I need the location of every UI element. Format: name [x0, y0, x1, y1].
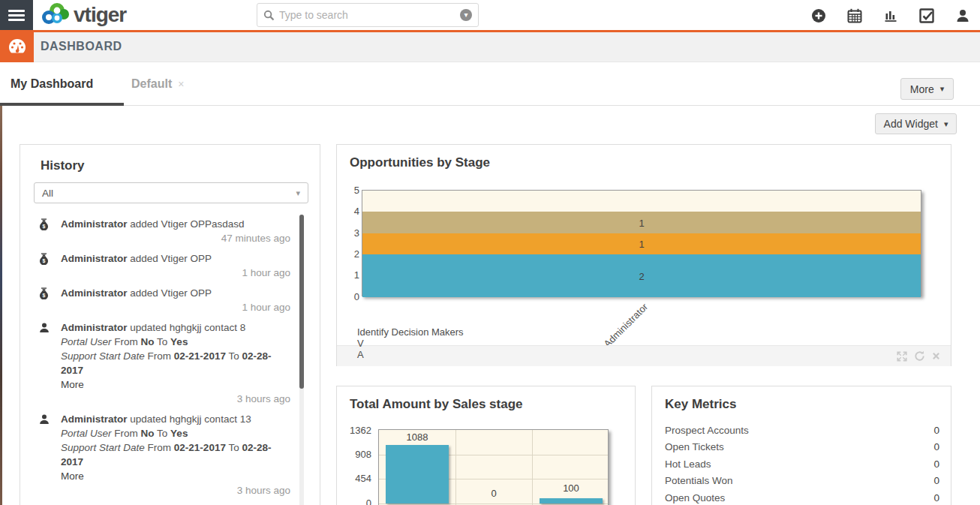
legend-item: Identify Decision Makers: [357, 326, 464, 338]
tab-label: Default: [131, 77, 172, 91]
refresh-widget-icon[interactable]: [914, 350, 925, 362]
bar-1[interactable]: [386, 445, 449, 503]
bar-value-label: 1: [639, 217, 644, 228]
user-icon: [38, 412, 61, 497]
y-axis-tick: 2: [343, 248, 359, 260]
check-square-icon[interactable]: [918, 8, 935, 24]
list-item[interactable]: $ Administrator added Vtiger OPP 1 hour …: [38, 286, 293, 314]
tab-default[interactable]: Default ×: [131, 63, 184, 105]
plus-circle-icon[interactable]: [810, 8, 827, 24]
history-entry: Administrator added Vtiger OPP: [61, 251, 290, 266]
y-axis-tick: 5: [343, 185, 359, 196]
metric-row[interactable]: Open Tickets 0: [665, 439, 939, 456]
history-list: $ Administrator added Vtiger OPPasdasd 4…: [38, 217, 293, 505]
chart-legend: Identify Decision Makers V A: [357, 326, 464, 360]
bar-value-label: 1088: [386, 431, 449, 443]
money-bag-icon: $: [38, 286, 61, 314]
active-tab-underline: [0, 103, 124, 106]
metric-value: 0: [933, 425, 939, 436]
history-filter-select[interactable]: All ▾: [34, 182, 308, 203]
list-item[interactable]: $ Administrator added Vtiger OPPasdasd 4…: [38, 217, 293, 245]
expand-widget-icon[interactable]: [897, 351, 907, 362]
bar-value-label: 2: [639, 270, 644, 281]
legend-item: V: [357, 338, 464, 349]
history-timestamp: 47 minutes ago: [61, 231, 290, 245]
history-change: Portal User From No To Yes: [61, 426, 290, 440]
svg-text:$: $: [43, 224, 46, 230]
history-change: Portal User From No To Yes: [61, 335, 290, 349]
search-icon: [263, 10, 275, 21]
bar-segment-tan[interactable]: 1: [362, 212, 921, 233]
gridline: [532, 430, 533, 505]
history-timestamp: 1 hour ago: [61, 300, 290, 314]
search-scope-chevron-icon[interactable]: ▾: [460, 9, 472, 21]
more-link[interactable]: More: [61, 469, 290, 483]
global-search[interactable]: ▾: [257, 3, 479, 27]
tab-my-dashboard[interactable]: My Dashboard: [11, 63, 93, 105]
history-timestamp: 1 hour ago: [61, 266, 290, 280]
bar-segment-teal[interactable]: 2: [362, 254, 921, 297]
gridline: [455, 430, 456, 505]
list-item[interactable]: $ Administrator added Vtiger OPP 1 hour …: [38, 251, 293, 280]
add-widget-button[interactable]: Add Widget ▾: [875, 113, 957, 134]
y-axis-tick: 4: [343, 206, 359, 217]
bar-chart-icon[interactable]: [882, 8, 899, 24]
selected-filter-value: All: [42, 188, 296, 199]
left-edge-strip: [0, 106, 2, 505]
money-bag-icon: $: [38, 217, 61, 245]
module-header: DASHBOARD: [0, 32, 980, 62]
opportunities-by-stage-widget: Opportunities by Stage Identify Decision…: [336, 144, 951, 366]
y-axis-tick: 1362: [338, 425, 371, 436]
scrollbar-track[interactable]: [299, 215, 304, 505]
close-widget-icon[interactable]: [932, 352, 940, 360]
dashboard-gauge-icon[interactable]: [0, 32, 34, 62]
list-item[interactable]: Administrator updated hghgkjj contact 8 …: [38, 320, 293, 406]
y-axis-tick: 908: [338, 449, 371, 460]
bar-value-label: 1: [639, 238, 644, 249]
metric-label: Prospect Accounts: [665, 425, 933, 436]
metric-row[interactable]: Potentials Won 0: [665, 473, 939, 490]
user-icon[interactable]: [954, 8, 971, 24]
stacked-bar-chart-plot: 1 1 2: [362, 190, 921, 296]
hamburger-menu-icon[interactable]: [0, 0, 33, 31]
y-axis-tick: 454: [338, 473, 371, 484]
metric-value: 0: [933, 475, 939, 486]
dashboard-tab-bar: My Dashboard Default ×: [0, 63, 980, 106]
key-metrics-list: Prospect Accounts 0 Open Tickets 0 Hot L…: [665, 422, 939, 505]
history-widget: History All ▾ $ Administrator added Vtig…: [20, 144, 320, 505]
bar-segment-orange[interactable]: 1: [362, 233, 921, 254]
metric-row[interactable]: Hot Leads 0: [665, 455, 939, 473]
y-axis-tick: 3: [343, 227, 359, 239]
history-timestamp: 3 hours ago: [61, 392, 290, 406]
bar-value-label: 100: [540, 482, 603, 494]
bar-chart-plot: 1088 0 100: [378, 429, 609, 505]
close-icon[interactable]: ×: [178, 78, 184, 90]
total-amount-widget: Total Amount by Sales stage 1362 908 454…: [336, 386, 636, 505]
search-input[interactable]: [279, 9, 460, 21]
calendar-icon[interactable]: [846, 8, 863, 24]
history-change: Support Start Date From 02-21-2017 To 02…: [61, 349, 290, 377]
list-item[interactable]: Administrator updated hghgkjj contact 13…: [38, 412, 293, 497]
bar-3[interactable]: [540, 498, 603, 503]
metric-row[interactable]: Prospect Accounts 0: [665, 422, 939, 439]
more-button[interactable]: More ▾: [900, 78, 954, 100]
more-link[interactable]: More: [61, 377, 290, 392]
metric-value: 0: [933, 492, 939, 503]
add-widget-label: Add Widget: [884, 118, 938, 130]
vtiger-logo[interactable]: vtiger: [39, 2, 126, 29]
page-title: DASHBOARD: [41, 40, 122, 53]
vtiger-cloud-icon: [39, 2, 71, 29]
scrollbar-thumb[interactable]: [299, 215, 304, 389]
widget-title: Key Metrics: [665, 397, 736, 412]
top-nav: vtiger ▾: [0, 0, 980, 31]
metric-label: Open Tickets: [665, 441, 933, 452]
chevron-down-icon: ▾: [940, 84, 945, 94]
tab-label: My Dashboard: [11, 77, 93, 91]
nav-icon-group: [810, 8, 971, 24]
metric-row[interactable]: Open Quotes 0: [665, 489, 939, 505]
history-change: Support Start Date From 02-21-2017 To 02…: [61, 440, 290, 469]
widget-title: Opportunities by Stage: [350, 155, 490, 170]
metric-value: 0: [933, 441, 939, 452]
widget-title: History: [41, 158, 85, 173]
more-button-label: More: [910, 83, 934, 95]
